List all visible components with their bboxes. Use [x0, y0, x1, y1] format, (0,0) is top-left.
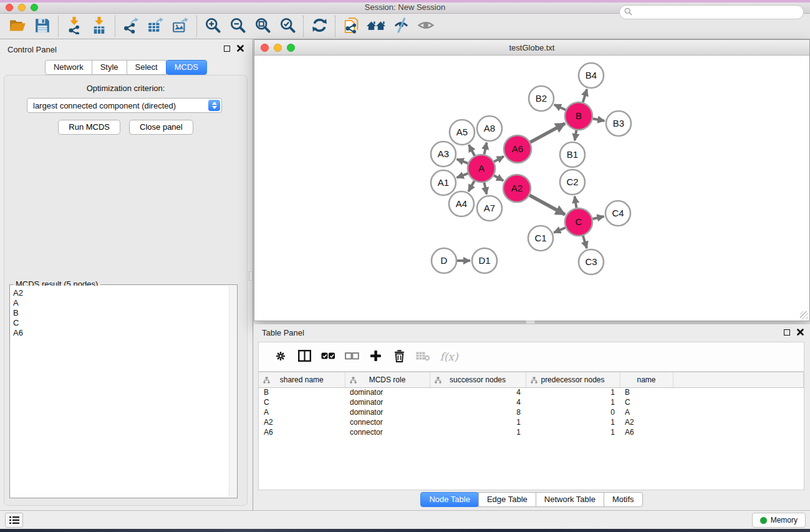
graph-node-B[interactable]: B	[565, 102, 592, 130]
graph-edge-C-C2[interactable]	[575, 196, 577, 208]
tab-network-table[interactable]: Network Table	[536, 492, 604, 507]
delete-table-button[interactable]	[411, 344, 435, 369]
add-column-button[interactable]	[364, 344, 387, 369]
split-columns-button[interactable]	[292, 344, 316, 369]
tab-select[interactable]: Select	[127, 60, 166, 75]
graph-edge-A2-C[interactable]	[529, 195, 565, 215]
float-table-panel-icon[interactable]	[784, 329, 790, 336]
export-image-button[interactable]	[168, 15, 193, 37]
tab-style[interactable]: Style	[92, 60, 127, 75]
result-scrollbar[interactable]	[229, 286, 236, 497]
column-header-predecessor-nodes[interactable]: predecessor nodes	[526, 372, 620, 387]
network-canvas[interactable]: B4B2BB3A8A5A6A3B1AA1C2A2A4A7C4CC1DD1C3	[254, 56, 809, 321]
import-network-button[interactable]	[62, 15, 87, 37]
export-table-button[interactable]	[143, 15, 168, 37]
tab-motifs[interactable]: Motifs	[604, 492, 643, 507]
table-row[interactable]: A2connector11A2	[259, 417, 804, 427]
graph-node-C4[interactable]: C4	[605, 201, 630, 226]
result-list-item[interactable]: A2	[11, 288, 229, 298]
minimize-window-button[interactable]	[18, 4, 26, 11]
graph-node-C[interactable]: C	[565, 208, 592, 236]
task-history-button[interactable]	[5, 513, 23, 528]
graph-edge-A-A3[interactable]	[457, 159, 468, 163]
tab-node-table[interactable]: Node Table	[420, 492, 479, 507]
close-table-panel-icon[interactable]	[797, 329, 804, 336]
graph-node-B1[interactable]: B1	[560, 142, 585, 167]
search-input[interactable]	[635, 7, 803, 18]
graph-edge-A-A4[interactable]	[468, 181, 474, 191]
new-session-from-network-button[interactable]	[339, 15, 364, 37]
criterion-select[interactable]: largest connected component (directed)	[27, 98, 222, 113]
select-all-button[interactable]	[316, 344, 340, 369]
apply-layout-button[interactable]	[307, 15, 332, 37]
column-header-mcds-role[interactable]: MCDS role	[345, 372, 430, 387]
float-panel-icon[interactable]	[224, 46, 230, 52]
graph-node-A[interactable]: A	[468, 155, 495, 182]
zoom-fit-button[interactable]	[250, 15, 275, 37]
zoom-window-button[interactable]	[31, 4, 38, 11]
table-row[interactable]: Cdominator41C	[259, 397, 804, 407]
zoom-selected-button[interactable]	[275, 15, 300, 37]
import-table-button[interactable]	[87, 15, 112, 37]
open-file-button[interactable]	[5, 15, 30, 37]
column-header-successor-nodes[interactable]: successor nodes	[430, 372, 526, 387]
graph-node-C3[interactable]: C3	[579, 249, 604, 274]
table-row[interactable]: Adominator80A	[259, 407, 804, 417]
column-header-shared-name[interactable]: shared name	[259, 372, 345, 387]
export-network-button[interactable]	[118, 15, 143, 37]
graph-edge-A6-B[interactable]	[530, 123, 565, 142]
graph-node-D[interactable]: D	[432, 248, 456, 273]
graph-node-C2[interactable]: C2	[560, 170, 585, 195]
graph-node-B2[interactable]: B2	[529, 86, 554, 111]
open-session-gallery-button[interactable]	[364, 15, 388, 37]
graph-node-A3[interactable]: A3	[431, 142, 456, 167]
zoom-out-button[interactable]	[225, 15, 250, 37]
graph-node-B3[interactable]: B3	[606, 111, 631, 136]
graph-edge-C-C1[interactable]	[554, 228, 566, 233]
graph-node-A5[interactable]: A5	[450, 120, 475, 145]
graph-edge-B-B1[interactable]	[575, 130, 577, 141]
network-minimize-button[interactable]	[274, 44, 282, 52]
graph-edge-B-B3[interactable]	[593, 118, 605, 121]
graph-node-D1[interactable]: D1	[472, 248, 497, 273]
tab-edge-table[interactable]: Edge Table	[478, 492, 536, 507]
window-resize-grip[interactable]	[800, 311, 808, 319]
network-close-button[interactable]	[261, 44, 269, 52]
close-window-button[interactable]	[6, 4, 13, 11]
unselect-all-button[interactable]	[340, 344, 364, 369]
save-session-button[interactable]	[30, 15, 55, 37]
graph-edge-B-B2[interactable]	[554, 105, 566, 110]
close-panel-button[interactable]: Close panel	[129, 120, 193, 135]
graph-edge-B-B4[interactable]	[583, 89, 587, 102]
function-builder-button[interactable]: f(x)	[435, 344, 463, 369]
graph-edge-A-A7[interactable]	[485, 183, 487, 195]
table-settings-button[interactable]	[269, 344, 292, 369]
graph-node-A1[interactable]: A1	[431, 170, 456, 195]
network-zoom-button[interactable]	[287, 44, 295, 52]
graph-node-B4[interactable]: B4	[579, 63, 604, 88]
table-row[interactable]: A6connector11A6	[259, 427, 804, 437]
table-row[interactable]: Bdominator41B	[259, 387, 804, 397]
run-mcds-button[interactable]: Run MCDS	[58, 120, 120, 135]
tab-network[interactable]: Network	[45, 60, 92, 75]
vertical-split-handle[interactable]	[249, 271, 253, 281]
graph-edge-C-C3[interactable]	[583, 236, 587, 248]
show-graphics-details-button[interactable]	[413, 15, 438, 37]
result-list-item[interactable]: C	[11, 318, 229, 328]
zoom-in-button[interactable]	[200, 15, 225, 37]
result-list-item[interactable]: B	[11, 308, 229, 318]
graph-node-A7[interactable]: A7	[477, 196, 502, 221]
graph-node-A2[interactable]: A2	[503, 175, 531, 202]
graph-edge-A-A6[interactable]	[494, 157, 504, 162]
result-list-item[interactable]: A	[11, 298, 229, 308]
graph-edge-A-A1[interactable]	[457, 173, 468, 178]
graph-edge-A-A8[interactable]	[485, 143, 487, 155]
tab-mcds[interactable]: MCDS	[166, 60, 207, 75]
graph-edge-C-C4[interactable]	[592, 216, 604, 219]
memory-button[interactable]: Memory	[752, 513, 806, 528]
hide-graphics-details-button[interactable]	[388, 15, 413, 37]
graph-edge-A-A5[interactable]	[469, 145, 475, 155]
graph-node-C1[interactable]: C1	[528, 226, 553, 251]
graph-node-A6[interactable]: A6	[504, 135, 531, 163]
delete-column-button[interactable]	[387, 344, 411, 369]
